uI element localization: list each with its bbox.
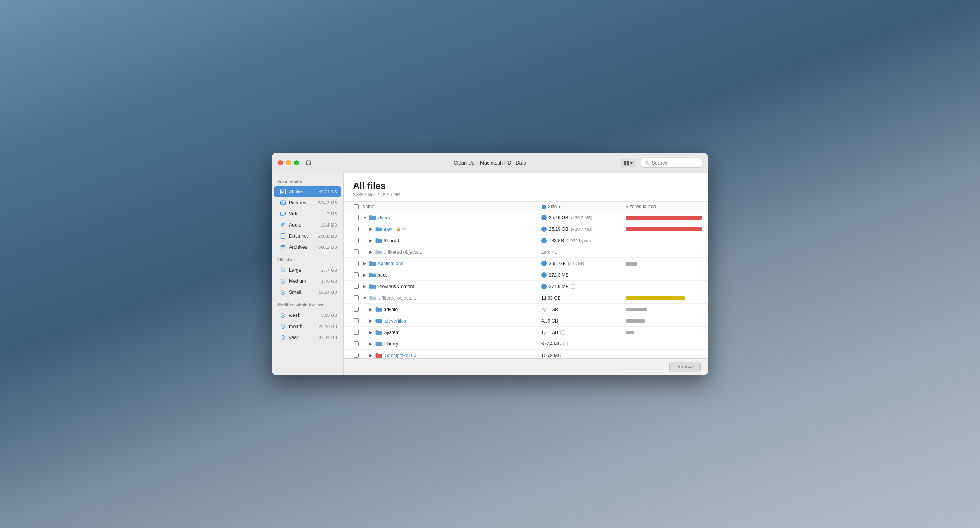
size-value-spotlight: 106,9 MB: [541, 353, 561, 358]
row-name-text-boot: boot: [377, 272, 387, 278]
folder-icon-alex: [375, 227, 382, 232]
row-size-shared: i 733 KB (+932 bytes): [541, 238, 626, 243]
row-name-text-filtered2: ...filtered objects...: [377, 295, 416, 301]
year-icon: [279, 334, 286, 341]
size-value-library: 677,4 MB: [541, 341, 561, 347]
row-checkbox-shared[interactable]: [354, 238, 359, 243]
expand-users[interactable]: ▼: [362, 215, 368, 220]
bar-track-alex: [626, 227, 702, 231]
expand-cleverfiles[interactable]: ▶: [368, 318, 374, 324]
sidebar-item-audio[interactable]: Audio 13,4 MB: [274, 220, 341, 230]
expand-private[interactable]: ▶: [368, 307, 374, 312]
row-checkbox-filtered1[interactable]: [354, 249, 359, 254]
expand-filtered2[interactable]: ▼: [362, 295, 368, 301]
row-size-private: 4,61 GB: [541, 307, 626, 312]
sidebar: Scan results All files 40,01 GB: [272, 173, 344, 375]
row-checkbox-cleverfiles[interactable]: [354, 318, 359, 323]
row-checkbox-spotlight[interactable]: [354, 353, 359, 358]
row-name-text-users: Users: [377, 215, 390, 220]
pictures-icon: [279, 199, 286, 206]
size-extra-alex: (+30,7 MB): [571, 227, 593, 231]
sidebar-item-small-size: 10,54 GB: [318, 290, 337, 295]
table-row: ▶ private 4,61 GB: [344, 304, 708, 315]
header-checkbox[interactable]: [354, 204, 359, 209]
main-body: Scan results All files 40,01 GB: [272, 173, 708, 375]
size-value-previous-content: 271,9 MB: [549, 284, 568, 289]
week-icon: [279, 312, 286, 319]
sidebar-item-small[interactable]: Small 10,54 GB: [274, 287, 341, 298]
table-row: ▶ ⊘ ...filtered objects... Zero KB: [344, 246, 708, 258]
row-checkbox-private[interactable]: [354, 307, 359, 312]
modified-label: Modified within the last: [272, 303, 343, 310]
table-row: ▶ .cleverfiles 4,29 GB: [344, 315, 708, 327]
row-checkbox-users[interactable]: [354, 215, 359, 220]
app-window: Clean Up – Macintosh HD - Data ▾: [272, 153, 708, 375]
svg-rect-0: [624, 160, 626, 162]
expand-previous-content[interactable]: ▶: [362, 284, 368, 289]
sidebar-item-pictures[interactable]: Pictures 524,3 MB: [274, 197, 341, 208]
expand-system[interactable]: ▶: [368, 330, 374, 335]
traffic-lights: [278, 160, 299, 165]
close-button[interactable]: [278, 160, 283, 165]
expand-filtered1[interactable]: ▶: [368, 249, 374, 255]
sidebar-item-medium-size: 1,76 GB: [321, 279, 337, 284]
sidebar-item-year[interactable]: year 37,44 GB: [274, 332, 341, 343]
month-icon: [279, 323, 286, 330]
search-box[interactable]: [641, 158, 702, 168]
bar-track-filtered2: [626, 296, 685, 300]
titlebar: Clean Up – Macintosh HD - Data ▾: [272, 153, 708, 173]
bar-fill-private: [626, 308, 647, 311]
sidebar-item-month[interactable]: month 28,16 GB: [274, 321, 341, 332]
sidebar-item-documents[interactable]: Docume... 298,8 MB: [274, 231, 341, 241]
folder-icon-previous-content: [369, 284, 376, 289]
row-checkbox-filtered2[interactable]: [354, 295, 359, 300]
expand-library[interactable]: ▶: [368, 341, 374, 347]
row-checkbox-system[interactable]: [354, 330, 359, 335]
row-checkbox-library[interactable]: [354, 341, 359, 346]
sidebar-item-archives[interactable]: Archives 886,2 MB: [274, 242, 341, 253]
row-checkbox-cell: [350, 238, 362, 243]
folder-icon-library: [375, 341, 382, 347]
folder-icon-filtered1: ⊘: [375, 249, 382, 255]
row-checkbox-alex[interactable]: [354, 227, 359, 231]
row-bar-applications: [626, 262, 702, 266]
svg-rect-11: [281, 212, 284, 216]
bar-track-private: [626, 308, 647, 311]
bar-fill-system: [626, 331, 634, 334]
row-checkbox-cell: [350, 261, 362, 266]
sidebar-item-week[interactable]: week 5,68 GB: [274, 310, 341, 321]
column-size[interactable]: i Size ▾: [541, 204, 626, 209]
remove-button[interactable]: Remove: [669, 362, 701, 372]
minimize-button[interactable]: [286, 160, 291, 165]
sidebar-item-week-size: 5,68 GB: [321, 313, 337, 318]
expand-alex[interactable]: ▶: [368, 227, 374, 232]
expand-spotlight[interactable]: ▶: [368, 353, 374, 358]
row-bar-alex: [626, 227, 702, 231]
folder-icon-filtered2: [369, 295, 376, 301]
sidebar-item-large-label: Large: [289, 267, 301, 273]
sidebar-item-archives-size: 886,2 MB: [318, 245, 337, 249]
home-icon[interactable]: [305, 159, 312, 167]
row-checkbox-previous-content[interactable]: [354, 284, 359, 289]
view-button[interactable]: ▾: [621, 159, 636, 167]
maximize-button[interactable]: [294, 160, 299, 165]
row-checkbox-boot[interactable]: [354, 272, 359, 277]
row-checkbox-cell: [350, 295, 362, 300]
sidebar-item-all-files[interactable]: All files 40,01 GB: [274, 186, 341, 197]
folder-icon-system: [375, 330, 382, 335]
expand-applications[interactable]: ▶: [362, 261, 368, 266]
lock-icon: 🔒: [396, 227, 401, 231]
table-row: ▼ Users i 25,19 GB (+30,7 MB): [344, 212, 708, 223]
row-size-alex: i 25,19 GB (+30,7 MB): [541, 227, 626, 232]
size-value-boot: 272,3 MB: [549, 272, 568, 278]
folder-icon-shared: [375, 238, 382, 243]
expand-shared[interactable]: ▶: [368, 238, 374, 243]
row-checkbox-applications[interactable]: [354, 261, 359, 266]
sidebar-item-video[interactable]: Video 7 MB: [274, 209, 341, 219]
file-size-label: File size: [272, 257, 343, 264]
row-name-text-previous-content: Previous Content: [377, 284, 414, 289]
expand-boot[interactable]: ▶: [362, 272, 368, 278]
sidebar-item-large[interactable]: Large 27,7 GB: [274, 265, 341, 275]
search-input[interactable]: [652, 160, 698, 166]
sidebar-item-medium[interactable]: Medium 1,76 GB: [274, 276, 341, 287]
